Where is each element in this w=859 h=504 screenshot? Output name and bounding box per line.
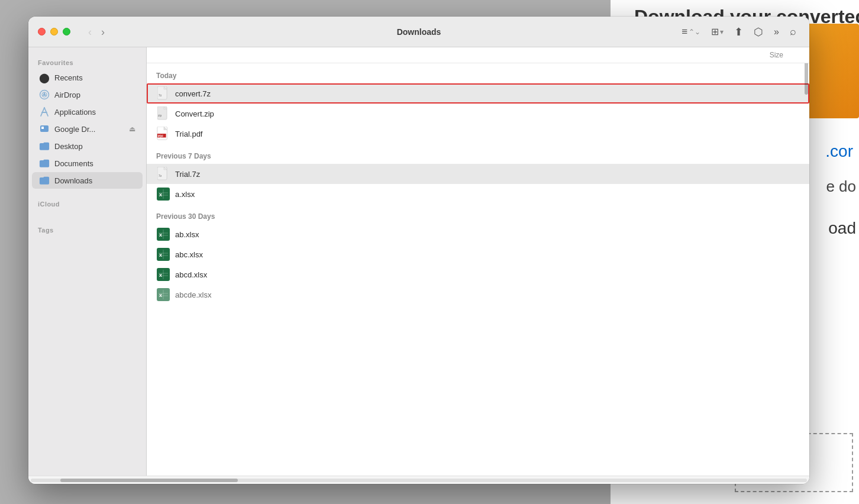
gdrive-eject-icon: ⏏ (129, 125, 135, 133)
file-row-trial-7z[interactable]: 7z Trial.7z (147, 164, 809, 184)
sidebar-item-google-drive[interactable]: Google Dr... ⏏ (32, 121, 143, 137)
file-icon-abcd-xlsx: x (156, 267, 170, 282)
sidebar-item-applications[interactable]: Applications (32, 104, 143, 120)
svg-text:x: x (159, 232, 162, 238)
finder-window: ‹ › Downloads ≡ ⌃⌄ ⊞ ▾ ⬆ ⬡ » ⌕ (28, 17, 809, 484)
sidebar-item-downloads[interactable]: Downloads (32, 172, 143, 189)
file-icon-pdf: PDF (156, 127, 170, 141)
svg-text:x: x (159, 292, 162, 298)
more-button[interactable]: » (770, 24, 783, 40)
tag-button[interactable]: ⬡ (750, 23, 767, 41)
grid-chevron-icon: ▾ (720, 28, 724, 36)
title-bar: ‹ › Downloads ≡ ⌃⌄ ⊞ ▾ ⬆ ⬡ » ⌕ (28, 17, 809, 47)
file-row-abc-xlsx[interactable]: x abc.xlsx (147, 244, 809, 264)
sidebar-label-applications: Applications (54, 108, 96, 117)
sidebar-label-airdrop: AirDrop (54, 91, 80, 99)
file-name-abcd-xlsx: abcd.xlsx (175, 270, 800, 279)
vertical-scrollbar[interactable] (802, 47, 809, 476)
share-icon: ⬆ (734, 25, 743, 38)
search-icon: ⌕ (790, 25, 796, 38)
bg-link: .cor (825, 142, 853, 161)
file-row-convert-7z[interactable]: 7z convert.7z (147, 83, 809, 104)
grid-view-button[interactable]: ⊞ ▾ (708, 24, 727, 40)
list-view-icon: ≡ (682, 26, 687, 38)
file-name-abcde-xlsx: abcde.xlsx (175, 290, 800, 299)
file-row-ab-xlsx[interactable]: x ab.xlsx (147, 224, 809, 244)
sidebar-label-downloads: Downloads (54, 176, 92, 185)
file-icon-abcde-xlsx: x (156, 287, 170, 302)
file-icon-a-xlsx: x (156, 187, 170, 201)
forward-button[interactable]: › (98, 24, 108, 40)
maximize-button[interactable] (63, 28, 70, 35)
sidebar-item-documents[interactable]: Documents (32, 155, 143, 172)
file-name-a-xlsx: a.xlsx (175, 190, 800, 199)
close-button[interactable] (38, 28, 46, 35)
file-icon-abc-xlsx: x (156, 247, 170, 261)
file-list-header: Size (147, 47, 809, 63)
file-name-trial-7z: Trial.7z (175, 170, 800, 179)
sidebar-label-documents: Documents (54, 159, 93, 168)
sidebar-item-recents[interactable]: ⬤ Recents (32, 69, 143, 86)
svg-text:7z: 7z (159, 174, 162, 177)
search-button[interactable]: ⌕ (786, 23, 800, 40)
downloads-folder-icon (39, 175, 50, 186)
file-row-convert-zip[interactable]: zip Convert.zip (147, 104, 809, 124)
traffic-lights (38, 28, 70, 35)
file-icon-ab-xlsx: x (156, 227, 170, 241)
icloud-section-label: iCloud (28, 196, 146, 210)
size-column-header[interactable]: Size (770, 51, 783, 59)
file-list: Size Today 7z convert.7z (147, 47, 809, 476)
file-row-trial-pdf[interactable]: PDF Trial.pdf (147, 124, 809, 144)
google-drive-icon (39, 124, 50, 134)
svg-text:zip: zip (158, 114, 162, 117)
file-icon-trial-7z: 7z (156, 167, 170, 181)
svg-rect-7 (41, 127, 44, 129)
horizontal-scrollbar[interactable] (28, 476, 809, 484)
tag-icon: ⬡ (754, 25, 763, 38)
documents-folder-icon (39, 158, 50, 169)
sidebar-label-gdrive: Google Dr... (54, 125, 95, 134)
file-row-abcde-xlsx[interactable]: x abcde.xlsx (147, 285, 809, 305)
horizontal-scrollbar-thumb[interactable] (60, 479, 238, 482)
svg-line-4 (44, 108, 48, 116)
file-icon-zip: zip (156, 106, 170, 121)
file-name-abc-xlsx: abc.xlsx (175, 250, 800, 259)
section-prev30: Previous 30 Days (147, 204, 809, 224)
file-name-ab-xlsx: ab.xlsx (175, 230, 800, 239)
horizontal-scrollbar-track (31, 479, 807, 482)
sidebar-label-recents: Recents (54, 73, 83, 82)
svg-text:x: x (159, 252, 162, 258)
file-row-abcd-xlsx[interactable]: x abcd.xlsx (147, 264, 809, 285)
sidebar: Favourites ⬤ Recents AirDrop (28, 47, 147, 476)
svg-text:x: x (159, 272, 162, 278)
svg-text:7z: 7z (159, 93, 162, 97)
svg-text:x: x (159, 192, 162, 198)
file-name-convert-7z: convert.7z (175, 89, 800, 98)
bg-text2: e do (826, 177, 856, 196)
back-button[interactable]: ‹ (85, 24, 95, 40)
sidebar-label-desktop: Desktop (54, 142, 83, 151)
file-icon-7z: 7z (156, 86, 170, 101)
file-name-trial-pdf: Trial.pdf (175, 130, 800, 138)
file-row-a-xlsx[interactable]: x a.xlsx (147, 184, 809, 204)
section-today: Today (147, 63, 809, 83)
main-area: Favourites ⬤ Recents AirDrop (28, 47, 809, 476)
svg-text:PDF: PDF (158, 135, 163, 138)
list-view-button[interactable]: ≡ ⌃⌄ (678, 24, 704, 40)
share-button[interactable]: ⬆ (731, 23, 747, 41)
sidebar-item-desktop[interactable]: Desktop (32, 138, 143, 154)
sort-chevron-icon: ⌃⌄ (689, 28, 700, 36)
minimize-button[interactable] (50, 28, 58, 35)
grid-view-icon: ⊞ (711, 26, 719, 37)
airdrop-icon (39, 89, 50, 100)
bg-download: oad (828, 219, 856, 238)
sidebar-item-airdrop[interactable]: AirDrop (32, 86, 143, 103)
applications-icon (39, 106, 50, 117)
section-prev7: Previous 7 Days (147, 144, 809, 164)
toolbar-right: ≡ ⌃⌄ ⊞ ▾ ⬆ ⬡ » ⌕ (678, 23, 800, 41)
more-icon: » (774, 27, 779, 37)
file-name-convert-zip: Convert.zip (175, 109, 800, 118)
desktop-folder-icon (39, 141, 50, 151)
recents-icon: ⬤ (39, 72, 50, 83)
favourites-section-label: Favourites (28, 54, 146, 69)
